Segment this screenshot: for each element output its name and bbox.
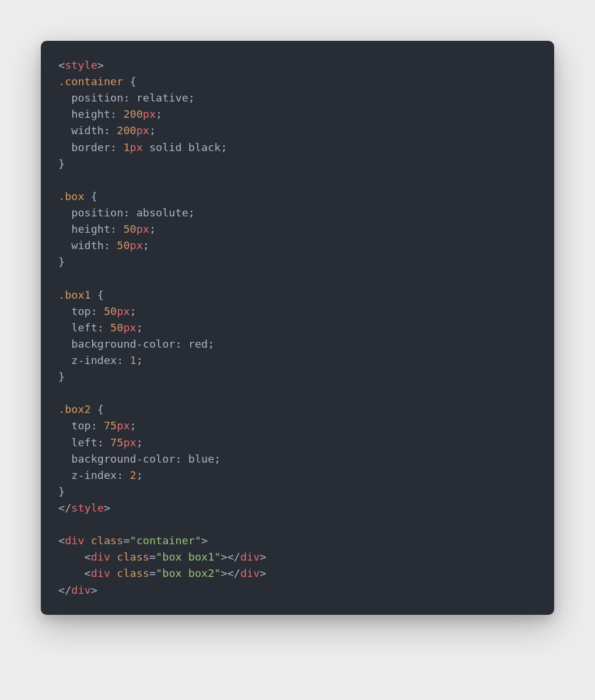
code-token: : [110,108,123,120]
code-token: { [91,190,97,202]
code-token: px [130,239,143,251]
code-line: } [58,485,65,498]
code-token: relative [136,92,188,104]
code-token: } [58,370,65,383]
code-token: : [175,453,188,465]
code-content: <style> .container { position: relative;… [58,59,266,596]
code-token: z-index [58,469,117,481]
code-token [110,567,117,579]
code-token: : [117,469,130,481]
code-line: height: 50px; [58,223,156,235]
code-token: px [130,141,143,153]
code-line: z-index: 2; [58,469,143,481]
code-token: ; [156,108,162,120]
code-token: { [97,403,104,415]
code-line: } [58,158,65,170]
code-token: red [188,338,208,350]
code-token: : [97,436,110,449]
code-token: > [104,502,110,514]
code-token: 50 [104,305,117,317]
code-token: 75 [104,419,117,432]
code-line: </div> [58,584,97,596]
code-line: } [58,256,65,268]
code-token: class [117,551,149,563]
code-token: : [110,223,123,235]
code-line: <div class="box box2"></div> [58,567,266,579]
code-token: px [123,436,136,449]
code-token: height [58,108,110,120]
code-line: } [58,370,65,383]
code-token: 200 [123,108,142,120]
code-line: background-color: blue; [58,453,220,465]
code-token: > [260,567,266,579]
code-token: 50 [110,321,123,334]
code-token: width [58,239,104,251]
code-token: 75 [110,436,123,449]
code-line: <div class="container"> [58,534,208,547]
code-line: z-index: 1; [58,354,143,366]
code-token: div [91,567,110,579]
code-token: class [117,567,149,579]
code-token: : [175,338,188,350]
code-token: left [58,321,97,334]
code-token: background-color [58,338,175,350]
code-token: z-index [58,354,117,366]
code-token: : [104,239,117,251]
code-token: ; [149,124,156,136]
code-token: px [117,419,130,432]
code-line: left: 75px; [58,436,143,449]
code-token: width [58,124,104,136]
code-token [123,75,130,88]
code-token: = [123,534,130,547]
code-token: class [91,534,124,547]
code-token: style [65,59,97,71]
code-line: left: 50px; [58,321,143,334]
code-token: ; [143,239,149,251]
code-token: .container [58,75,123,88]
code-token: absolute [136,206,188,219]
code-token: div [240,567,260,579]
code-token: "box box2" [156,567,220,579]
code-token: 1 [123,141,130,153]
code-line: .box { [58,190,97,202]
code-token: solid black [143,141,221,153]
code-line: <div class="box box1"></div> [58,551,266,563]
code-token: < [58,534,65,547]
code-token: ; [130,419,136,432]
code-token: left [58,436,97,449]
code-token: : [123,206,136,219]
code-line: width: 50px; [58,239,149,251]
code-token [91,403,97,415]
code-token [85,190,91,202]
code-line: height: 200px; [58,108,162,120]
code-token: } [58,485,65,498]
code-token: .box1 [58,289,91,301]
code-token: : [123,92,136,104]
code-token: 2 [130,469,136,481]
code-line: .box2 { [58,403,104,415]
code-token: 50 [123,223,136,235]
code-token: ; [208,338,214,350]
code-line: border: 1px solid black; [58,141,228,153]
code-token: px [123,321,136,334]
code-token: : [91,419,104,432]
code-token: </ [58,502,71,514]
code-line: .container { [58,75,136,88]
code-token: < [58,59,65,71]
code-token: > [201,534,208,547]
code-token: ; [220,141,227,153]
code-token: > [97,59,104,71]
code-line: <style> [58,59,104,71]
code-token: ; [149,223,156,235]
code-token [110,551,117,563]
code-token: > [260,551,266,563]
code-block[interactable]: <style> .container { position: relative;… [41,41,554,615]
code-token: div [91,551,110,563]
code-token: ; [136,354,143,366]
code-token: < [58,551,91,563]
code-token: { [97,289,104,301]
code-token: ; [188,92,195,104]
code-token: top [58,419,91,432]
code-token: ; [136,436,143,449]
code-token: div [65,534,84,547]
